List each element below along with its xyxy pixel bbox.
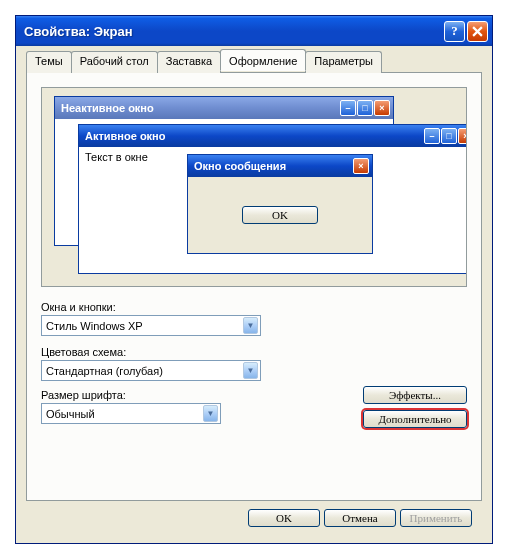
dialog-title: Свойства: Экран — [24, 24, 442, 39]
advanced-button[interactable]: Дополнительно — [363, 410, 467, 428]
preview-message-body: OK — [188, 177, 372, 253]
close-button[interactable] — [467, 21, 488, 42]
color-scheme-label: Цветовая схема: — [41, 346, 353, 358]
tab-desktop[interactable]: Рабочий стол — [71, 51, 158, 73]
preview-ok-button: OK — [242, 206, 318, 224]
maximize-icon: □ — [357, 100, 373, 116]
ok-button[interactable]: OK — [248, 509, 320, 527]
form-area: Окна и кнопки: Стиль Windows XP ▼ Цветов… — [41, 301, 467, 428]
chevron-down-icon: ▼ — [203, 405, 218, 422]
dialog-titlebar[interactable]: Свойства: Экран ? — [16, 16, 492, 46]
minimize-icon: – — [424, 128, 440, 144]
tab-themes[interactable]: Темы — [26, 51, 72, 73]
style-preview: Неактивное окно – □ × Активное окно – □ … — [41, 87, 467, 287]
preview-active-titlebar: Активное окно – □ × — [79, 125, 467, 147]
font-size-select[interactable]: Обычный ▼ — [41, 403, 221, 424]
color-scheme-select[interactable]: Стандартная (голубая) ▼ — [41, 360, 261, 381]
close-icon: × — [353, 158, 369, 174]
dialog-footer: OK Отмена Применить — [26, 501, 482, 535]
dialog-content: Темы Рабочий стол Заставка Оформление Па… — [16, 46, 492, 543]
preview-inactive-titlebar: Неактивное окно – □ × — [55, 97, 393, 119]
tab-screensaver[interactable]: Заставка — [157, 51, 221, 73]
chevron-down-icon: ▼ — [243, 362, 258, 379]
apply-button[interactable]: Применить — [400, 509, 472, 527]
close-icon: × — [374, 100, 390, 116]
maximize-icon: □ — [441, 128, 457, 144]
tab-strip: Темы Рабочий стол Заставка Оформление Па… — [26, 51, 482, 73]
font-size-label: Размер шрифта: — [41, 389, 353, 401]
tab-settings[interactable]: Параметры — [305, 51, 382, 73]
tab-appearance[interactable]: Оформление — [220, 49, 306, 71]
cancel-button[interactable]: Отмена — [324, 509, 396, 527]
display-properties-dialog: Свойства: Экран ? Темы Рабочий стол Заст… — [15, 15, 493, 544]
preview-message-box: Окно сообщения × OK — [187, 154, 373, 254]
close-icon: × — [458, 128, 467, 144]
effects-button[interactable]: Эффекты... — [363, 386, 467, 404]
help-button[interactable]: ? — [444, 21, 465, 42]
windows-buttons-select[interactable]: Стиль Windows XP ▼ — [41, 315, 261, 336]
chevron-down-icon: ▼ — [243, 317, 258, 334]
minimize-icon: – — [340, 100, 356, 116]
preview-message-titlebar: Окно сообщения × — [188, 155, 372, 177]
appearance-panel: Неактивное окно – □ × Активное окно – □ … — [26, 72, 482, 501]
windows-buttons-label: Окна и кнопки: — [41, 301, 467, 313]
close-icon — [472, 26, 483, 37]
